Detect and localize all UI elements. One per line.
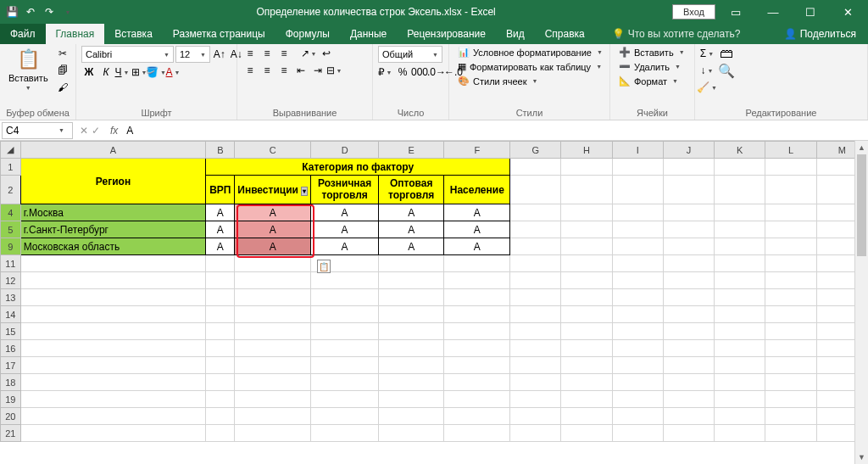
ribbon-options[interactable]: ▭ [719,0,753,24]
col-header[interactable]: H [561,142,612,159]
bold-button[interactable]: Ж [81,64,97,80]
minimize-button[interactable]: — [756,0,790,24]
italic-button[interactable]: К [98,64,114,80]
format-painter[interactable]: 🖌 [55,80,70,95]
col-header[interactable]: B [206,142,235,159]
filter-icon[interactable]: ▾ [301,187,308,196]
enter-icon[interactable]: ✓ [92,125,100,137]
close-button[interactable]: ✕ [831,0,865,24]
tab-home[interactable]: Главная [46,24,105,44]
col-header[interactable]: I [612,142,663,159]
maximize-button[interactable]: ☐ [793,0,827,24]
copy-button[interactable]: 🗐 [55,63,70,78]
inc-decimal[interactable]: .0→ [429,64,444,80]
underline-button[interactable]: Ч▼ [115,64,131,80]
cell[interactable]: г.Санкт-Петербург [20,221,206,238]
tell-me[interactable]: 💡 Что вы хотите сделать? [612,24,741,44]
cell[interactable]: г.Москва [20,204,206,221]
find-select[interactable]: 🔍 [719,63,734,78]
spreadsheet-grid[interactable]: ◢ A B C D E F G H I J K L M 1 Регион Кат… [0,141,868,464]
row-header[interactable]: 9 [1,238,21,255]
number-format[interactable]: Общий▼ [378,46,442,63]
cell[interactable]: ВРП [206,176,235,204]
align-center[interactable]: ≡ [259,63,275,78]
wrap-text[interactable]: ↩ [319,46,334,61]
cell[interactable]: Регион [20,159,206,204]
tab-review[interactable]: Рецензирование [397,24,496,44]
scroll-up-icon[interactable]: ▲ [855,141,868,154]
tab-view[interactable]: Вид [496,24,535,44]
col-header[interactable]: L [765,142,816,159]
scroll-down-icon[interactable]: ▼ [855,450,868,464]
tab-data[interactable]: Данные [340,24,397,44]
qat-more[interactable]: ▼ [59,3,76,20]
cell-styles[interactable]: 🎨 Стили ячеек▼ [454,75,542,87]
fill-color[interactable]: 🪣▼ [149,64,164,80]
login-button[interactable]: Вход [672,4,715,20]
fx-icon[interactable]: fx [105,125,123,137]
align-left[interactable]: ≡ [242,63,258,78]
align-right[interactable]: ≡ [276,63,292,78]
fill-series[interactable]: ↓▼ [700,63,715,78]
col-header[interactable]: A [20,142,206,159]
row-header[interactable]: 2 [1,176,21,204]
cell[interactable]: Московская область [20,238,206,255]
tab-help[interactable]: Справка [535,24,595,44]
col-header[interactable]: G [510,142,561,159]
col-header[interactable]: E [378,142,443,159]
save-button[interactable]: 💾 [3,3,20,20]
vertical-scrollbar[interactable]: ▲ ▼ [854,141,868,464]
row-header[interactable]: 1 [1,159,21,176]
merge-cells[interactable]: ⊟▼ [327,63,342,78]
increase-font[interactable]: A↑ [212,47,227,62]
col-header[interactable]: K [715,142,765,159]
tab-formulas[interactable]: Формулы [275,24,340,44]
paste-button[interactable]: 📋 Вставить▼ [5,46,52,92]
cell[interactable]: Оптовая торговля [378,176,443,204]
cell[interactable]: Инвестиции ▾ [235,176,311,204]
indent-inc[interactable]: ⇥ [310,63,326,78]
align-middle[interactable]: ≡ [259,46,275,61]
percent[interactable]: % [395,64,410,80]
delete-cells[interactable]: ➖ Удалить▼ [615,60,686,73]
autosum[interactable]: Σ▼ [700,46,715,61]
cell[interactable]: Розничная торговля [311,176,379,204]
row-header[interactable]: 5 [1,221,21,238]
cell-reference[interactable] [3,125,57,137]
formula-input[interactable] [123,125,868,137]
cell[interactable]: Категория по фактору [206,159,510,176]
sort-filter[interactable]: 🗃 [719,46,734,61]
orientation[interactable]: ↗▼ [302,46,317,61]
paste-options-icon[interactable]: 📋 [317,260,331,273]
font-size[interactable]: ▼ [175,46,210,63]
name-box[interactable]: ▼ [2,122,73,139]
cut-button[interactable]: ✂ [55,46,70,61]
tab-layout[interactable]: Разметка страницы [163,24,275,44]
cond-format[interactable]: 📊 Условное форматирование▼ [454,46,608,59]
redo-button[interactable]: ↷ [41,3,58,20]
share-button[interactable]: 👤 Поделиться [772,24,868,44]
align-top[interactable]: ≡ [242,46,258,61]
col-header[interactable]: D [311,142,379,159]
font-color[interactable]: A▼ [166,64,181,80]
insert-cells[interactable]: ➕ Вставить▼ [615,46,690,59]
format-cells[interactable]: 📐 Формат▼ [615,75,683,87]
cancel-icon[interactable]: ✕ [80,125,88,137]
format-table[interactable]: ▦ Форматировать как таблицу▼ [454,60,607,73]
col-header[interactable]: C [235,142,311,159]
thousands[interactable]: 000 [412,64,427,80]
font-name[interactable]: ▼ [81,46,174,63]
col-header[interactable]: F [444,142,510,159]
scroll-thumb[interactable] [857,154,866,256]
select-all[interactable]: ◢ [1,142,21,159]
align-bottom[interactable]: ≡ [276,46,292,61]
row-header[interactable]: 4 [1,204,21,221]
currency[interactable]: ₽▼ [378,64,393,80]
clear[interactable]: 🧹▼ [700,80,715,95]
tab-file[interactable]: Файл [0,24,46,44]
indent-dec[interactable]: ⇤ [293,63,309,78]
col-header[interactable]: J [663,142,714,159]
undo-button[interactable]: ↶ [22,3,39,20]
cell[interactable]: Население [444,176,510,204]
tab-insert[interactable]: Вставка [104,24,163,44]
